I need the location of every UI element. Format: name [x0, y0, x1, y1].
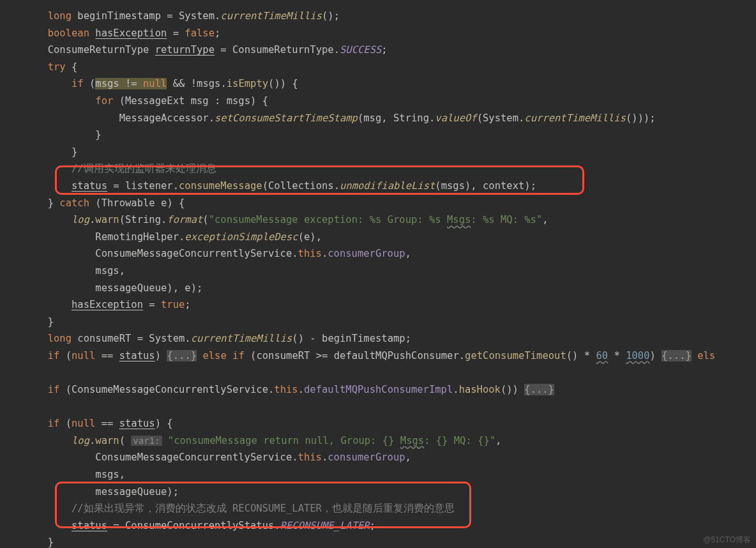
code-line: ConsumeMessageConcurrentlyService.this.c… [0, 452, 411, 463]
code-fold[interactable]: {...} [167, 350, 197, 362]
code-line: msgs, [0, 469, 125, 480]
code-line: } [0, 146, 77, 158]
highlighted-expr: msgs != null [95, 78, 167, 89]
code-line: msgs, [0, 265, 125, 277]
code-line: long beginTimestamp = System.currentTime… [0, 10, 340, 22]
code-line: long consumeRT = System.currentTimeMilli… [0, 333, 411, 344]
code-line: log.warn(String.format("consumeMessage e… [0, 214, 548, 225]
code-line: //如果出现异常，消费的状态改成 RECONSUME_LATER，也就是随后重复… [0, 503, 455, 514]
code-line: boolean hasException = false; [0, 27, 220, 39]
code-line: if (ConsumeMessageConcurrentlyService.th… [0, 384, 554, 395]
code-line: ConsumeMessageConcurrentlyService.this.c… [0, 248, 411, 259]
code-line: for (MessageExt msg : msgs) { [0, 95, 268, 107]
keyword-for: for [95, 95, 113, 107]
code-line: RemotingHelper.exceptionSimpleDesc(e), [0, 231, 322, 243]
code-line: messageQueue); [0, 486, 179, 498]
comment: //调用实现的监听器来处理消息 [72, 163, 216, 174]
code-fold[interactable]: {...} [662, 350, 692, 362]
code-fold[interactable]: {...} [524, 384, 554, 395]
code-line: } [0, 316, 54, 328]
code-line [0, 401, 6, 413]
code-line: status = ConsumeConcurrentlyStatus.RECON… [0, 520, 375, 531]
code-line: status = listener.consumeMessage(Collect… [0, 180, 536, 192]
code-line: } [0, 537, 54, 548]
code-line: if (null == status) {...} else if (consu… [0, 350, 715, 362]
code-line: messageQueue), e); [0, 282, 202, 294]
code-editor[interactable]: long beginTimestamp = System.currentTime… [0, 0, 756, 548]
comment: //如果出现异常，消费的状态改成 RECONSUME_LATER，也就是随后重复… [72, 503, 455, 514]
parameter-hint: var1: [131, 436, 162, 446]
code-line: } catch (Throwable e) { [0, 197, 185, 209]
code-line: log.warn( var1: "consumeMessage return n… [0, 435, 501, 446]
code-line: //调用实现的监听器来处理消息 [0, 163, 216, 174]
code-line: hasException = true; [0, 299, 191, 310]
keyword-catch: catch [59, 197, 89, 209]
code-line: MessageAccessor.setConsumeStartTimeStamp… [0, 112, 656, 124]
keyword-try: try [48, 61, 66, 73]
keyword-boolean: boolean [48, 27, 89, 39]
code-line: ConsumeReturnType returnType = ConsumeRe… [0, 44, 388, 56]
keyword-long: long [48, 10, 72, 22]
code-line [0, 367, 6, 378]
code-line: if (msgs != null && !msgs.isEmpty()) { [0, 78, 298, 89]
code-line: } [0, 129, 102, 141]
code-line: try { [0, 61, 77, 73]
keyword-if: if [72, 78, 84, 89]
code-line: if (null == status) { [0, 418, 173, 429]
